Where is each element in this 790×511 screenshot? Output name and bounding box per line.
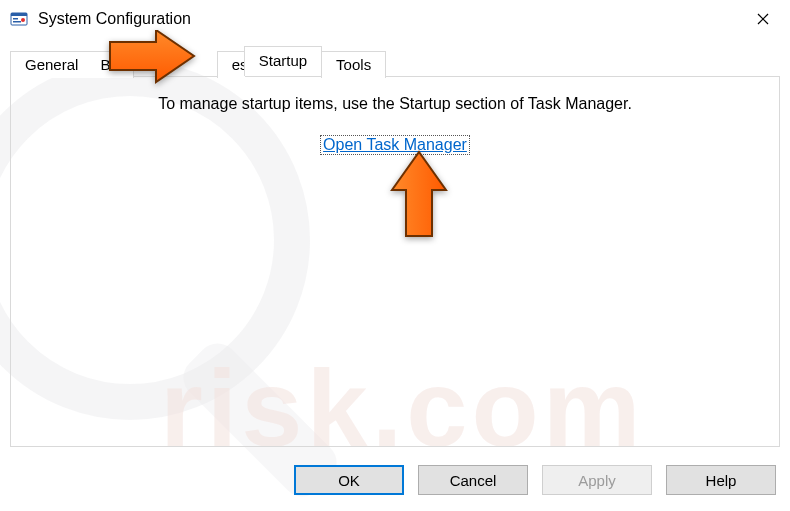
svg-rect-2: [13, 18, 18, 20]
tab-services-obscured[interactable]: es: [217, 51, 245, 78]
svg-point-4: [21, 18, 25, 22]
ok-button[interactable]: OK: [294, 465, 404, 495]
svg-rect-1: [11, 13, 27, 16]
dialog-button-bar: OK Cancel Apply Help: [294, 465, 776, 495]
tab-tools[interactable]: Tools: [321, 51, 386, 78]
close-button[interactable]: [740, 3, 786, 35]
window-title: System Configuration: [38, 10, 191, 28]
tab-content-pane: To manage startup items, use the Startup…: [10, 76, 780, 447]
svg-rect-3: [13, 21, 21, 23]
tab-startup[interactable]: Startup: [244, 46, 322, 76]
cancel-button[interactable]: Cancel: [418, 465, 528, 495]
annotation-arrow-to-startup-tab: [106, 30, 196, 86]
help-button[interactable]: Help: [666, 465, 776, 495]
startup-message: To manage startup items, use the Startup…: [11, 95, 779, 113]
apply-button: Apply: [542, 465, 652, 495]
msconfig-icon: [10, 10, 28, 28]
annotation-arrow-to-link: [388, 148, 450, 240]
tab-general[interactable]: General: [10, 51, 93, 78]
close-icon: [757, 13, 769, 25]
